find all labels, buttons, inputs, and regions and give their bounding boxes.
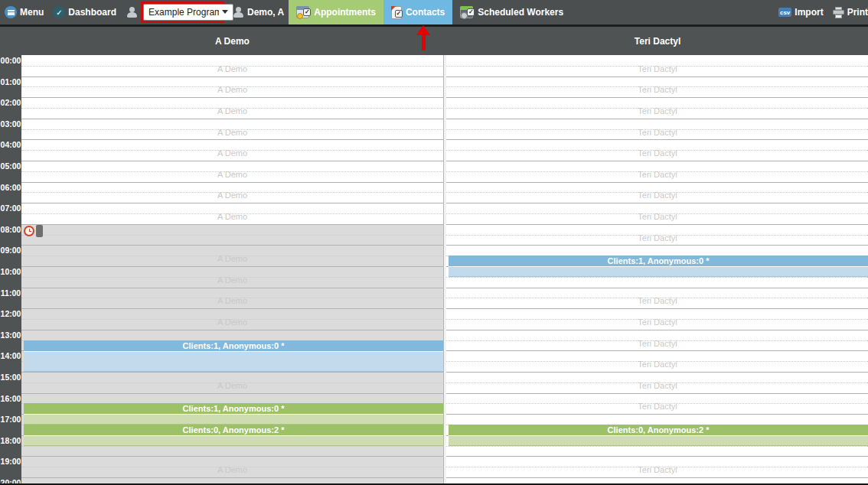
column-watermark: A Demo: [21, 464, 443, 475]
appointment-block[interactable]: Clients:1, Anonymous:0 *: [24, 403, 443, 425]
appointment-body: [449, 266, 868, 277]
toolbar: Menu ✓ Dashboard Example Program Demo, A: [0, 0, 868, 24]
time-label: 16:00: [0, 394, 21, 403]
print-button[interactable]: Print: [828, 0, 868, 24]
column-watermark: Teri Dactyl: [447, 127, 868, 138]
appointment-title: Clients:1, Anonymous:0 *: [24, 403, 443, 414]
annotation-arrow-up: [416, 25, 430, 50]
column-watermark: Teri Dactyl: [447, 169, 868, 180]
time-label: 10:00: [0, 267, 21, 276]
print-icon: [833, 7, 844, 18]
print-label: Print: [847, 7, 868, 18]
toolbar-separator: [0, 24, 868, 27]
appointment-title: Clients:1, Anonymous:0 *: [449, 256, 868, 266]
time-label: 13:00: [0, 330, 21, 340]
current-user-label: Demo, A: [247, 7, 284, 18]
appointment-body: [449, 435, 868, 446]
appointment-title: Clients:0, Anonymous:2 *: [24, 425, 443, 435]
tab-contacts[interactable]: ✓ Contacts: [383, 0, 452, 24]
tab-scheduled-workers-label: Scheduled Workers: [478, 7, 563, 18]
menu-button[interactable]: Menu: [0, 0, 48, 24]
program-select-group: [121, 0, 138, 24]
appointment-body: [24, 414, 443, 425]
column-watermark: Teri Dactyl: [447, 295, 868, 306]
column-watermark: Teri Dactyl: [447, 211, 868, 222]
column-watermark: A Demo: [21, 84, 443, 95]
schedule-grid: 00:0001:0002:0003:0004:0005:0006:0007:00…: [0, 55, 868, 485]
column-watermark: Teri Dactyl: [447, 380, 868, 391]
column-header-band: A Demo Teri Dactyl: [0, 27, 868, 55]
appointment-block[interactable]: Clients:1, Anonymous:0 *: [449, 256, 868, 277]
menu-label: Menu: [20, 7, 44, 18]
column-watermark: Teri Dactyl: [447, 464, 868, 475]
menu-icon: [5, 6, 17, 18]
time-label: 15:00: [0, 373, 21, 382]
time-label: 07:00: [0, 203, 21, 213]
user-icon: [232, 6, 244, 18]
column-watermark: Teri Dactyl: [447, 401, 868, 412]
column-watermark: Teri Dactyl: [447, 148, 868, 158]
column-watermark: A Demo: [21, 148, 443, 158]
column-title-teri-dactyl: Teri Dactyl: [447, 27, 868, 55]
scheduler-app: Menu ✓ Dashboard Example Program Demo, A: [0, 0, 868, 485]
time-label: 12:00: [0, 309, 21, 318]
dashboard-label: Dashboard: [68, 7, 116, 18]
appointments-icon: ✓: [296, 6, 310, 19]
column-watermark: Teri Dactyl: [447, 338, 868, 349]
column-divider: [443, 55, 446, 485]
scheduled-workers-icon: ✓: [460, 6, 474, 19]
column-watermark: A Demo: [21, 380, 443, 391]
drag-handle[interactable]: [36, 225, 43, 237]
time-label: 11:00: [0, 288, 21, 298]
time-label: 00:00: [0, 56, 21, 65]
time-label: 09:00: [0, 246, 21, 255]
column-watermark: Teri Dactyl: [447, 233, 868, 243]
column-watermark: A Demo: [21, 63, 443, 74]
column-watermark: Teri Dactyl: [447, 84, 868, 95]
time-label: 04:00: [0, 140, 21, 149]
appointment-block[interactable]: Clients:0, Anonymous:2 *: [449, 425, 868, 446]
time-label: 18:00: [0, 436, 21, 445]
column-watermark: Teri Dactyl: [447, 359, 868, 369]
time-label: 20:00: [0, 478, 21, 485]
import-label: Import: [795, 7, 823, 18]
column-title-a-demo: A Demo: [21, 27, 443, 55]
appointment-body: [24, 351, 443, 372]
dashboard-button[interactable]: ✓ Dashboard: [48, 0, 121, 24]
tab-appointments[interactable]: ✓ Appointments: [289, 0, 383, 24]
appointment-title: Clients:1, Anonymous:0 *: [24, 340, 443, 351]
column-watermark: A Demo: [21, 275, 443, 285]
column-watermark: Teri Dactyl: [447, 317, 868, 327]
time-label: 08:00: [0, 225, 21, 234]
column-watermark: Teri Dactyl: [447, 106, 868, 116]
time-label: 05:00: [0, 161, 21, 171]
time-label: 02:00: [0, 98, 21, 107]
appointment-block[interactable]: Clients:0, Anonymous:2 *: [24, 425, 443, 446]
time-label: 14:00: [0, 351, 21, 360]
appointment-block[interactable]: Clients:1, Anonymous:0 *: [24, 340, 443, 372]
contacts-icon: ✓: [391, 6, 402, 19]
column-watermark: A Demo: [21, 295, 443, 306]
time-label: 03:00: [0, 119, 21, 129]
clock-icon[interactable]: [24, 226, 34, 236]
csv-icon: csv: [778, 8, 791, 17]
column-watermark: A Demo: [21, 190, 443, 200]
column-watermark: A Demo: [21, 169, 443, 180]
column-watermark: A Demo: [21, 211, 443, 222]
dashboard-icon: ✓: [53, 6, 65, 18]
program-select-highlight: Example Program: [141, 2, 224, 23]
current-user[interactable]: Demo, A: [227, 0, 289, 24]
program-select[interactable]: Example Program: [143, 4, 233, 21]
appointment-body: [24, 435, 443, 446]
tab-scheduled-workers[interactable]: ✓ Scheduled Workers: [452, 0, 571, 24]
column-watermark: A Demo: [21, 317, 443, 327]
column-watermark: A Demo: [21, 253, 443, 264]
column-watermark: A Demo: [21, 106, 443, 116]
appointment-title: Clients:0, Anonymous:2 *: [449, 425, 868, 435]
tab-appointments-label: Appointments: [314, 7, 376, 18]
import-button[interactable]: csv Import: [774, 0, 828, 24]
tab-contacts-label: Contacts: [406, 7, 445, 18]
time-label: 19:00: [0, 457, 21, 466]
program-user-icon: [126, 6, 138, 18]
column-watermark: Teri Dactyl: [447, 190, 868, 200]
